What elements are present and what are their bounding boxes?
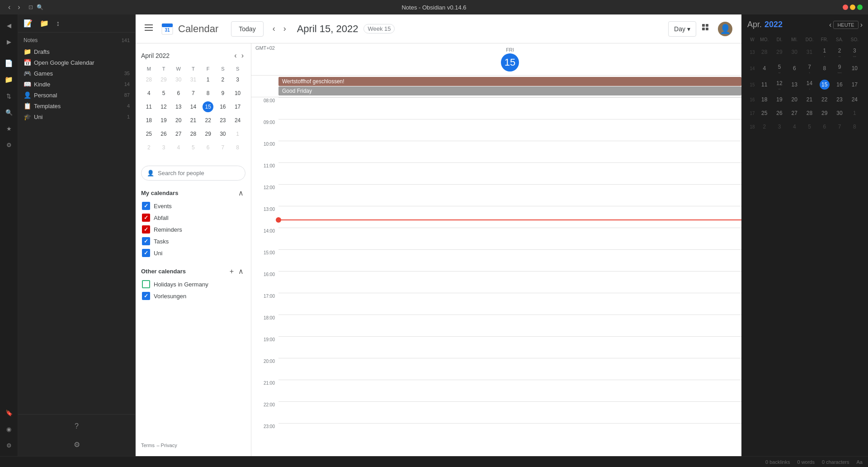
gcal-prev-button[interactable]: ‹ xyxy=(269,22,279,35)
gcal-today-button[interactable]: Today xyxy=(231,21,263,37)
graph-icon[interactable]: ◉ xyxy=(2,422,16,436)
mini-cal-day[interactable]: 16 xyxy=(216,100,230,113)
my-cal-item-uni[interactable]: Uni xyxy=(141,247,245,259)
all-day-event-goodfriday[interactable]: Good Friday xyxy=(278,86,741,95)
mini-cal-day[interactable]: 13 xyxy=(171,100,185,113)
right-cal-day[interactable]: 31 xyxy=(802,44,816,60)
add-other-calendar-button[interactable]: + xyxy=(228,266,236,276)
search-icon[interactable]: 🔍 xyxy=(2,105,16,119)
mini-cal-next[interactable]: › xyxy=(240,51,245,61)
mini-cal-day[interactable]: 7 xyxy=(186,87,200,100)
mini-cal-day[interactable]: 29 xyxy=(157,73,171,86)
other-cal-item-vorlesungen[interactable]: Vorlesungen xyxy=(141,290,245,302)
mini-cal-day[interactable]: 27 xyxy=(171,128,185,140)
right-cal-day[interactable]: 14* xyxy=(802,77,816,92)
mini-cal-day[interactable]: 8 xyxy=(201,87,215,100)
settings-icon[interactable]: ⚙ xyxy=(2,438,16,453)
right-cal-day[interactable]: 21 xyxy=(802,93,816,106)
forward-button[interactable]: › xyxy=(15,2,23,12)
other-calendars-collapse[interactable]: ∧ xyxy=(236,266,245,276)
tree-item-drafts[interactable]: 📁 Drafts xyxy=(18,46,135,57)
mini-cal-day[interactable]: 30 xyxy=(216,128,230,140)
right-panel-heute-button[interactable]: HEUTE xyxy=(833,21,858,29)
help-icon[interactable]: ? xyxy=(69,418,85,434)
right-cal-day[interactable]: 3 xyxy=(772,120,786,133)
gcal-search-input[interactable]: 👤 Search for people xyxy=(141,166,245,181)
right-cal-day[interactable]: 2** xyxy=(832,44,846,60)
gcal-view-select[interactable]: Day ▾ xyxy=(668,21,696,37)
nav-back-icon[interactable]: ◀ xyxy=(2,18,16,33)
maximize-button[interactable] xyxy=(857,5,863,10)
right-cal-day[interactable]: 5 xyxy=(802,120,816,133)
right-cal-day[interactable]: 16 xyxy=(832,77,846,92)
other-cal-item-holidays-in-germany[interactable]: Holidays in Germany xyxy=(141,278,245,290)
right-cal-day[interactable]: 7 xyxy=(832,120,846,133)
tree-item-kindle[interactable]: 📖 Kindle 14 xyxy=(18,79,135,90)
sort-icon[interactable]: ↕ xyxy=(54,18,61,29)
right-cal-day[interactable]: 30 xyxy=(832,107,846,119)
gcal-next-button[interactable]: › xyxy=(280,22,290,35)
right-cal-day[interactable]: 28 xyxy=(757,44,771,60)
mini-cal-day[interactable]: 9 xyxy=(216,87,230,100)
mini-cal-day[interactable]: 22 xyxy=(201,114,215,127)
right-cal-day[interactable]: 2 xyxy=(757,120,771,133)
mini-cal-day[interactable]: 1 xyxy=(201,73,215,86)
mini-cal-day[interactable]: 8 xyxy=(231,141,245,154)
mini-cal-day[interactable]: 2 xyxy=(216,73,230,86)
mini-cal-day[interactable]: 31 xyxy=(186,73,200,86)
right-cal-day[interactable]: 23 xyxy=(832,93,846,106)
tree-item-open-google-calendar[interactable]: 📅 Open Google Calendar xyxy=(18,57,135,68)
file-explorer-icon[interactable]: 📁 xyxy=(2,72,16,87)
gcal-apps-button[interactable] xyxy=(700,22,712,36)
mini-cal-day[interactable]: 21 xyxy=(186,114,200,127)
mini-cal-day[interactable]: 3 xyxy=(157,141,171,154)
right-cal-day[interactable]: 13 xyxy=(788,77,802,92)
right-cal-day[interactable]: 4 xyxy=(788,120,802,133)
privacy-link[interactable]: Privacy xyxy=(161,443,177,448)
my-cal-item-reminders[interactable]: Reminders xyxy=(141,224,245,235)
right-cal-day[interactable]: 1* xyxy=(817,44,831,60)
mini-cal-day[interactable]: 4 xyxy=(142,87,156,100)
right-cal-day[interactable]: 4 xyxy=(757,61,771,76)
tree-item-personal[interactable]: 👤 Personal 87 xyxy=(18,90,135,100)
right-cal-day[interactable]: 5** xyxy=(772,61,786,76)
gcal-menu-button[interactable] xyxy=(143,22,155,36)
my-calendars-collapse[interactable]: ∧ xyxy=(236,188,245,198)
back-button[interactable]: ‹ xyxy=(5,2,13,12)
mini-cal-day[interactable]: 6 xyxy=(171,87,185,100)
right-cal-day[interactable]: 12** xyxy=(772,77,786,92)
right-cal-day[interactable]: 9**** xyxy=(832,61,846,76)
right-cal-day[interactable]: 25 xyxy=(757,107,771,119)
my-cal-item-abfall[interactable]: Abfall xyxy=(141,212,245,224)
mini-cal-day[interactable]: 5 xyxy=(157,87,171,100)
settings-bottom-icon[interactable]: ⚙ xyxy=(69,436,85,453)
mini-cal-day[interactable]: 6 xyxy=(201,141,215,154)
right-cal-day[interactable]: 1 xyxy=(848,107,862,119)
mini-cal-day[interactable]: 20 xyxy=(171,114,185,127)
mini-cal-day[interactable]: 10 xyxy=(231,87,245,100)
my-cal-item-tasks[interactable]: Tasks xyxy=(141,235,245,247)
mini-cal-day[interactable]: 23 xyxy=(216,114,230,127)
nav-forward-icon[interactable]: ▶ xyxy=(2,34,16,49)
right-cal-day[interactable]: 3*** xyxy=(848,44,862,60)
mini-cal-day[interactable]: 26 xyxy=(157,128,171,140)
mini-cal-day[interactable]: 5 xyxy=(186,141,200,154)
mini-cal-day[interactable]: 25 xyxy=(142,128,156,140)
mini-cal-day[interactable]: 30 xyxy=(171,73,185,86)
mini-cal-day[interactable]: 1 xyxy=(231,128,245,140)
titlebar-right-controls[interactable] xyxy=(843,5,863,10)
terms-link[interactable]: Terms xyxy=(141,443,155,448)
starred-icon[interactable]: ★ xyxy=(2,121,16,136)
minimize-button[interactable] xyxy=(850,5,855,10)
mini-cal-day[interactable]: 15 xyxy=(201,100,215,113)
sync-icon[interactable]: ⇅ xyxy=(2,89,16,103)
right-cal-day[interactable]: 22 xyxy=(817,93,831,106)
gcal-avatar-button[interactable]: 👤 xyxy=(716,20,734,38)
mini-cal-day[interactable]: 3 xyxy=(231,73,245,86)
mini-cal-day[interactable]: 12 xyxy=(157,100,171,113)
mini-cal-day[interactable]: 7 xyxy=(216,141,230,154)
mini-cal-day[interactable]: 29 xyxy=(201,128,215,140)
right-cal-day[interactable]: 17 xyxy=(848,77,862,92)
right-cal-day[interactable]: 30 xyxy=(788,44,802,60)
right-cal-day[interactable]: 29 xyxy=(772,44,786,60)
